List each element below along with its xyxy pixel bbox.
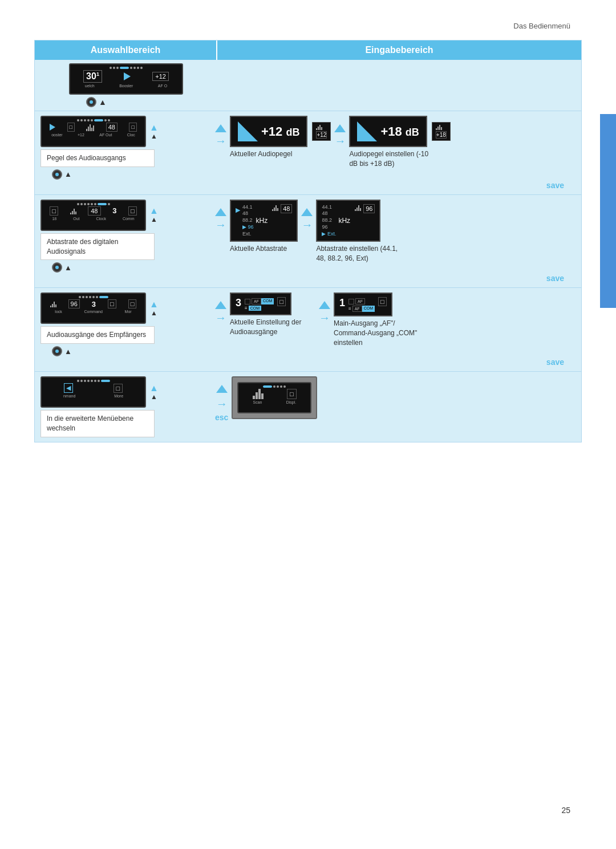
center-desc-3: Aktuelle Einstellung der Audioausgänge bbox=[230, 318, 315, 337]
screen-label-displ: Displ. bbox=[286, 400, 297, 404]
save-label-3: save bbox=[40, 358, 576, 367]
main-diagram: Auswahlbereich Eingabebereich 301 bbox=[34, 40, 582, 442]
arrow-up-3 bbox=[215, 301, 226, 309]
desc-audio-level: Pegel des Audioausgangs bbox=[40, 149, 155, 167]
screen-label-more: More bbox=[114, 394, 123, 398]
columns-header: Auswahlbereich Eingabebereich bbox=[35, 40, 581, 60]
nav-dot-1 bbox=[52, 169, 62, 180]
screen-audioout: 96 3 □ □ lock Command Mor bbox=[40, 293, 146, 324]
right-desc-1: Audiopegel einstellen (-10 dB bis +18 dB… bbox=[349, 149, 435, 169]
page-number: 25 bbox=[561, 806, 570, 815]
nav-dot-0 bbox=[86, 97, 96, 107]
screen-label-afo: AF O bbox=[158, 84, 167, 88]
screen-label-booster: Booster bbox=[119, 84, 133, 88]
arrow-up-1 bbox=[215, 124, 226, 132]
esc-label: esc bbox=[215, 413, 228, 422]
arrow-up-2 bbox=[215, 208, 226, 216]
screen-audio-level: □ bbox=[40, 116, 146, 147]
screen-label-uelch: uelch bbox=[85, 84, 95, 88]
screen-label-nmand: nmand bbox=[63, 394, 75, 398]
arrow-up-4 bbox=[216, 385, 228, 393]
current-samplerate-display: ▶ 44.1 48 88.2 ▶ 96 Ext. kHz bbox=[230, 200, 298, 242]
row4-section: ◀ □ nmand More ▲ ▲ In die erweiter bbox=[35, 371, 581, 442]
screen-initial: 301 +12 uelch Booster AF O bbox=[69, 63, 183, 95]
center-desc-2: Aktuelle Abtastrate bbox=[230, 244, 287, 254]
af-tag-right: AF bbox=[355, 298, 365, 304]
screen-small-1: +12 bbox=[312, 122, 331, 141]
setting-output-display: 1 AF ≡ AF bbox=[334, 293, 392, 316]
current-value-display-1: +12 dB bbox=[230, 116, 307, 147]
save-label-2: save bbox=[40, 274, 576, 283]
screen-more: ◀ □ nmand More bbox=[40, 376, 146, 408]
right-desc-3: Main-Ausgang „AF"/ Command-Ausgang „COM"… bbox=[334, 319, 419, 347]
screen-label-scan: Scan bbox=[253, 400, 262, 404]
screen-samplerate: □ 48 3 □ 18 bbox=[40, 200, 146, 231]
right-column-title: Eingabebereich bbox=[217, 40, 581, 60]
right-desc-2: Abtastrate einstellen (44.1, 48, 88.2, 9… bbox=[316, 244, 402, 263]
arrow-up-2b bbox=[301, 208, 313, 216]
left-column-title: Auswahlbereich bbox=[35, 40, 217, 60]
com-tag-center: COM bbox=[261, 298, 274, 304]
desc-audioout: Audioausgänge des Empfängers bbox=[40, 326, 155, 344]
row1-section: □ bbox=[35, 111, 581, 194]
extended-menu-screen: □ Scan Displ. bbox=[232, 376, 317, 419]
setting-samplerate-display: 44.1 48 88.2 96 ▶ Ext. kHz bbox=[316, 200, 380, 242]
desc-samplerate: Abtastrate des digitalen Audiosignals bbox=[40, 233, 155, 261]
nav-dot-2 bbox=[52, 262, 62, 273]
row0-section: 301 +12 uelch Booster AF O bbox=[35, 60, 581, 111]
current-output-display: 3 AF COM ≡ bbox=[230, 293, 291, 315]
setting-display-1: +18 dB bbox=[349, 116, 427, 147]
row3-section: 96 3 □ □ lock Command Mor ▲ ▲ bbox=[35, 287, 581, 371]
row2-section: □ 48 3 □ 18 bbox=[35, 194, 581, 288]
screen-small-1b: +18 bbox=[432, 122, 451, 141]
screen-label-command: Command bbox=[84, 310, 103, 314]
save-label-1: save bbox=[40, 181, 576, 190]
desc-more: In die erweiterte Menüebene wechseln bbox=[40, 410, 155, 437]
sidebar-tab bbox=[600, 114, 616, 308]
arrow-up-1b bbox=[334, 124, 346, 132]
nav-dot-3 bbox=[52, 346, 62, 356]
center-desc-1: Aktueller Audiopegel bbox=[230, 149, 292, 159]
com-tag-center2: COM bbox=[249, 306, 261, 311]
arrow-up-3b bbox=[319, 301, 330, 309]
page-header: Das Bedienmenü bbox=[513, 22, 570, 30]
com-tag-right: COM bbox=[362, 306, 375, 312]
